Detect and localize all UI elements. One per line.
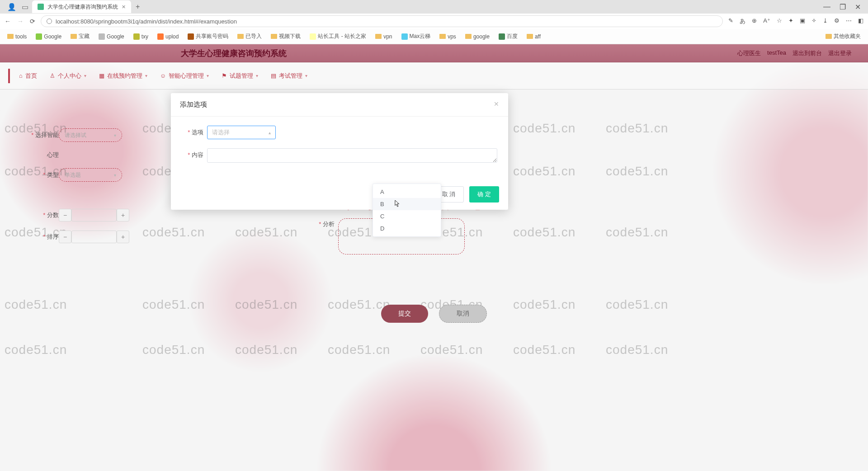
folder-icon: [465, 34, 472, 39]
bookmark-item[interactable]: 百度: [496, 32, 520, 41]
bookmark-label: vps: [448, 33, 456, 40]
folder-icon: [375, 34, 382, 39]
app-viewport: code51.cncode51.cncode51.cncode51.cncode…: [0, 44, 868, 471]
bookmark-label: uplod: [165, 33, 179, 40]
dropdown-option[interactable]: D: [373, 222, 441, 235]
back-icon[interactable]: ←: [5, 18, 11, 25]
modal-content-textarea[interactable]: [207, 148, 497, 163]
bookmark-item[interactable]: txy: [131, 33, 151, 41]
site-icon: [133, 33, 140, 40]
modal-option-placeholder: 请选择: [212, 128, 230, 137]
collections-icon[interactable]: ▣: [800, 17, 805, 25]
modal-content-label: 内容: [182, 148, 203, 159]
profile-icon[interactable]: 👤: [7, 3, 16, 11]
bookmark-label: vpn: [383, 33, 392, 40]
site-icon: [401, 33, 408, 40]
bookmark-label: tools: [15, 33, 27, 40]
site-icon: [99, 33, 105, 40]
folder-icon: [527, 34, 533, 39]
modal-option-select[interactable]: 请选择 ▴: [207, 126, 276, 139]
star2-icon[interactable]: ✧: [811, 17, 816, 25]
bookmark-item[interactable]: 站长工具 - 站长之家: [307, 32, 369, 41]
bookmark-item[interactable]: 视频下载: [268, 32, 303, 41]
url-bar[interactable]: localhost:8080/springbootm3i1q/admin/dis…: [41, 15, 723, 27]
bookmark-label: 站长工具 - 站长之家: [318, 33, 366, 40]
translate-icon[interactable]: あ: [740, 17, 745, 25]
folder-icon: [237, 34, 244, 39]
bookmark-item[interactable]: aff: [524, 33, 543, 41]
workspace-icon[interactable]: ▭: [22, 3, 28, 11]
chevron-up-icon: ▴: [269, 130, 271, 135]
bookmark-label: 宝藏: [79, 33, 90, 40]
bookmark-item[interactable]: Google: [33, 33, 64, 41]
favicon-icon: [38, 4, 44, 10]
new-tab-button[interactable]: +: [131, 3, 144, 11]
site-icon: [310, 33, 316, 40]
bookmark-item[interactable]: vpn: [373, 33, 395, 41]
browser-chrome: 👤 ▭ 大学生心理健康咨询预约系统 ✕ + — ❐ ✕ ← → ⟳ localh…: [0, 0, 868, 44]
bookmark-label: Google: [44, 33, 61, 40]
sidebar-icon[interactable]: ◧: [858, 17, 863, 25]
tab-title: 大学生心理健康咨询预约系统: [47, 3, 118, 11]
bookmark-label: google: [473, 33, 490, 40]
zoom-icon[interactable]: ⊕: [752, 17, 757, 25]
browser-tab-active[interactable]: 大学生心理健康咨询预约系统 ✕: [32, 0, 131, 13]
site-icon: [36, 33, 42, 40]
folder-icon: [826, 34, 832, 39]
favorite-icon[interactable]: ☆: [777, 17, 782, 25]
dropdown-option[interactable]: C: [373, 210, 441, 222]
site-icon: [188, 33, 194, 40]
bookmark-label: 其他收藏夹: [834, 33, 861, 40]
folder-icon: [271, 34, 277, 39]
bookmark-other[interactable]: 其他收藏夹: [823, 32, 863, 41]
bookmark-item[interactable]: vps: [437, 33, 459, 41]
browser-tabs: 👤 ▭ 大学生心理健康咨询预约系统 ✕ + — ❐ ✕: [0, 0, 868, 14]
site-info-icon[interactable]: [47, 19, 52, 24]
bookmark-label: 视频下载: [279, 33, 301, 40]
bookmark-item[interactable]: 宝藏: [68, 32, 92, 41]
window-minimize-icon[interactable]: —: [823, 3, 830, 11]
dropdown-option[interactable]: A: [373, 186, 441, 198]
bookmark-item[interactable]: 共享账号密码: [185, 32, 231, 41]
modal-title: 添加选项: [180, 100, 207, 109]
bookmark-item[interactable]: tools: [5, 33, 29, 41]
performance-icon[interactable]: ⚙: [834, 17, 840, 25]
more-icon[interactable]: ⋯: [846, 17, 852, 25]
download-icon[interactable]: ⤓: [823, 17, 828, 25]
close-tab-icon[interactable]: ✕: [122, 4, 126, 10]
bookmark-label: Max云梯: [410, 33, 431, 40]
bookmark-label: 百度: [507, 33, 518, 40]
browser-nav: ← → ⟳ localhost:8080/springbootm3i1q/adm…: [0, 14, 868, 29]
window-close-icon[interactable]: ✕: [855, 3, 861, 11]
add-option-modal: 添加选项 ✕ 选项 请选择 ▴ 内容 取 消 确 定 ABCD: [171, 93, 508, 210]
reader-icon[interactable]: A⁺: [763, 17, 770, 25]
bookmark-label: Google: [107, 33, 124, 40]
bookmarks-bar: toolsGoogle宝藏Googletxyuplod共享账号密码已导入视频下载…: [0, 29, 868, 44]
reload-icon[interactable]: ⟳: [30, 18, 35, 25]
bookmark-label: aff: [535, 33, 541, 40]
extensions-icon[interactable]: ✦: [788, 17, 793, 25]
bookmark-label: txy: [142, 33, 148, 40]
modal-option-label: 选项: [182, 126, 203, 137]
folder-icon: [71, 34, 77, 39]
folder-icon: [7, 34, 14, 39]
forward-icon[interactable]: →: [17, 18, 24, 25]
modal-close-icon[interactable]: ✕: [494, 100, 499, 109]
site-icon: [157, 33, 164, 40]
bookmark-item[interactable]: Max云梯: [399, 32, 434, 41]
bookmark-label: 已导入: [245, 33, 262, 40]
site-icon: [499, 33, 505, 40]
modal-confirm-button[interactable]: 确 定: [469, 186, 499, 203]
window-maximize-icon[interactable]: ❐: [840, 3, 846, 11]
option-dropdown-panel: ABCD: [373, 184, 441, 237]
url-text: localhost:8080/springbootm3i1q/admin/dis…: [56, 18, 237, 25]
bookmark-item[interactable]: google: [462, 33, 492, 41]
bookmark-item[interactable]: Google: [96, 33, 127, 41]
dropdown-option[interactable]: B: [373, 198, 441, 210]
folder-icon: [439, 34, 446, 39]
bookmark-item[interactable]: uplod: [155, 33, 181, 41]
bookmark-label: 共享账号密码: [196, 33, 228, 40]
bookmark-item[interactable]: 已导入: [235, 32, 264, 41]
profile-controls: 👤 ▭: [4, 3, 32, 11]
edit-icon[interactable]: ✎: [728, 17, 733, 25]
